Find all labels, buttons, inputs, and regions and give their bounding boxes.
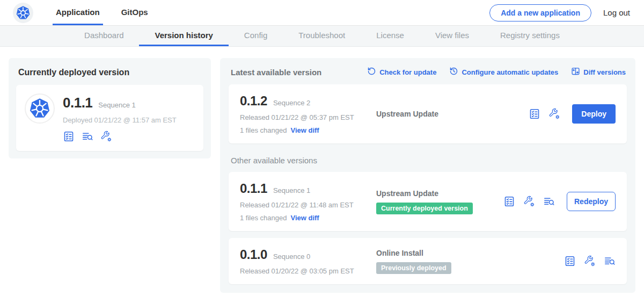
version-number: 0.1.2	[240, 93, 267, 109]
edit-config-icon[interactable]	[548, 108, 560, 120]
release-notes-icon[interactable]	[564, 255, 576, 267]
version-card-0-1-2: 0.1.2 Sequence 2 Released 01/21/22 @ 05:…	[229, 84, 627, 143]
version-actions: Check for update Configure automatic upd…	[367, 67, 626, 77]
app-logo	[25, 93, 55, 124]
view-diff-link[interactable]: View diff	[290, 214, 319, 222]
version-source: Online Install	[376, 249, 564, 257]
version-source: Upstream Update	[376, 110, 529, 118]
top-nav-right: Add a new application Log out	[489, 0, 644, 25]
other-versions-header: Other available versions	[231, 156, 626, 165]
deployed-panel-title: Currently deployed version	[18, 68, 201, 77]
tab-view-files[interactable]: View files	[420, 26, 485, 46]
tab-dashboard[interactable]: Dashboard	[69, 26, 139, 46]
edit-config-icon[interactable]	[523, 196, 535, 207]
release-notes-icon[interactable]	[529, 108, 540, 120]
release-notes-icon[interactable]	[503, 196, 515, 207]
deploy-button[interactable]: Deploy	[572, 104, 616, 124]
version-card-0-1-0: 0.1.0 Sequence 0 Released 01/20/22 @ 03:…	[229, 238, 627, 284]
deployed-version-number: 0.1.1	[63, 95, 92, 111]
top-nav-tabs: Application GitOps	[45, 0, 159, 25]
tab-license[interactable]: License	[361, 26, 420, 46]
edit-config-icon[interactable]	[584, 255, 596, 267]
view-diff-link[interactable]: View diff	[290, 126, 319, 134]
deployed-version-info: 0.1.1 Sequence 1 Deployed 01/21/22 @ 11:…	[63, 93, 177, 142]
deployed-timestamp: Deployed 01/21/22 @ 11:57 am EST	[63, 116, 177, 124]
tab-registry-settings[interactable]: Registry settings	[485, 26, 575, 46]
version-history-panel: Latest available version Check for updat…	[220, 58, 635, 293]
view-logs-icon[interactable]	[604, 255, 616, 267]
app-sub-nav: Dashboard Version history Config Trouble…	[0, 26, 644, 47]
view-logs-icon[interactable]	[543, 196, 555, 207]
deployed-version-card: 0.1.1 Sequence 1 Deployed 01/21/22 @ 11:…	[16, 85, 203, 151]
tab-config[interactable]: Config	[229, 26, 283, 46]
previously-deployed-badge: Previously deployed	[376, 262, 451, 274]
version-card-0-1-1: 0.1.1 Sequence 1 Released 01/21/22 @ 11:…	[229, 172, 627, 231]
released-timestamp: Released 01/20/22 @ 03:05 pm EST	[240, 267, 375, 275]
schedule-update-icon	[449, 67, 458, 77]
version-number: 0.1.1	[240, 181, 267, 196]
sequence-label: Sequence 2	[273, 99, 310, 107]
view-logs-icon[interactable]	[82, 131, 93, 142]
edit-config-icon[interactable]	[100, 131, 112, 142]
add-application-button[interactable]: Add a new application	[489, 4, 591, 21]
version-number: 0.1.0	[240, 247, 267, 262]
version-source: Upstream Update	[376, 189, 503, 198]
configure-updates-link[interactable]: Configure automatic updates	[449, 67, 558, 77]
diff-versions-link[interactable]: Diff versions	[571, 67, 626, 77]
check-for-update-link[interactable]: Check for update	[367, 67, 436, 77]
released-timestamp: Released 01/21/22 @ 05:37 pm EST	[240, 113, 375, 121]
kubernetes-logo	[13, 3, 33, 23]
deployed-sequence: Sequence 1	[98, 101, 135, 109]
files-changed-label: 1 files changed	[240, 126, 287, 134]
logout-button[interactable]: Log out	[603, 8, 630, 17]
tab-version-history[interactable]: Version history	[139, 26, 228, 46]
currently-deployed-panel: Currently deployed version 0.1.1 Sequenc…	[9, 58, 211, 158]
top-nav: Application GitOps Add a new application…	[0, 0, 644, 26]
tab-application[interactable]: Application	[53, 0, 103, 25]
sequence-label: Sequence 0	[273, 252, 310, 261]
files-changed-label: 1 files changed	[240, 214, 287, 222]
currently-deployed-badge: Currently deployed version	[376, 203, 473, 214]
latest-version-header: Latest available version	[231, 68, 321, 77]
diff-icon	[571, 67, 580, 77]
main-content: Currently deployed version 0.1.1 Sequenc…	[0, 47, 644, 293]
configure-updates-label: Configure automatic updates	[462, 68, 558, 76]
release-notes-icon[interactable]	[63, 131, 75, 142]
refresh-icon	[367, 67, 376, 77]
released-timestamp: Released 01/21/22 @ 11:48 am EST	[240, 201, 375, 209]
redeploy-button[interactable]: Redeploy	[567, 192, 616, 211]
diff-versions-label: Diff versions	[583, 68, 626, 76]
sequence-label: Sequence 1	[273, 186, 310, 194]
tab-gitops[interactable]: GitOps	[118, 0, 151, 25]
tab-troubleshoot[interactable]: Troubleshoot	[283, 26, 361, 46]
check-for-update-label: Check for update	[379, 68, 436, 76]
